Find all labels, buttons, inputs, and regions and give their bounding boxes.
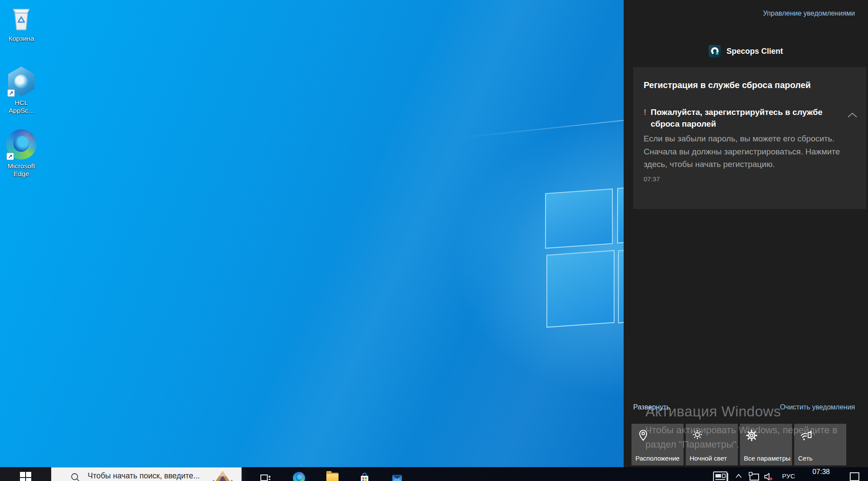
quick-action-location[interactable]: Расположение	[631, 424, 684, 465]
search-highlight-icon[interactable]	[205, 468, 240, 481]
quick-action-label: Расположение	[635, 454, 682, 462]
settings-gear-icon	[745, 429, 758, 442]
taskbar: РУС 07:38	[0, 467, 868, 481]
news-interests-icon	[713, 471, 729, 481]
windows-logo-icon	[20, 472, 31, 481]
desktop-screen: Корзина ↗ HCL AppSc... ↗ Microsoft Edge …	[0, 0, 868, 481]
action-center-button[interactable]	[850, 472, 859, 481]
recycle-bin-icon	[7, 4, 35, 33]
store-icon	[358, 472, 371, 481]
taskbar-search[interactable]	[51, 467, 242, 481]
quick-actions-row: Расположение Ночной свет	[631, 424, 846, 465]
volume-tray-button[interactable]	[763, 471, 775, 481]
desktop-icon-label: HCL AppSc...	[1, 99, 42, 115]
manage-notifications-link[interactable]: Управление уведомлениями	[763, 10, 855, 17]
notification-subtitle: Пожалуйста, зарегистрируйтесь в службе с…	[651, 106, 837, 130]
windows-logo-pane	[545, 189, 613, 249]
edge-icon	[293, 472, 305, 481]
chevron-up-icon	[735, 474, 742, 478]
notification-title: Регистрация в службе сброса паролей	[644, 79, 856, 91]
night-light-icon	[691, 429, 704, 442]
specops-client-icon	[709, 45, 721, 57]
start-button[interactable]	[0, 467, 51, 481]
file-explorer-button[interactable]	[322, 467, 343, 481]
edge-icon: ↗	[6, 129, 36, 160]
mail-button[interactable]	[387, 467, 408, 481]
news-interests-button[interactable]	[713, 471, 729, 481]
collapse-chevron-icon[interactable]	[847, 112, 858, 118]
task-view-icon	[260, 472, 272, 481]
quick-action-network[interactable]: Сеть	[794, 424, 846, 465]
tray-overflow-chevron[interactable]	[735, 474, 742, 478]
quick-action-night-light[interactable]: Ночной свет	[686, 424, 738, 465]
clear-notifications-link[interactable]: Очистить уведомления	[780, 403, 855, 411]
search-input[interactable]	[88, 471, 201, 481]
quick-action-all-settings[interactable]: Все параметры	[740, 424, 792, 465]
notification-group-header[interactable]: Specops Client	[624, 45, 868, 57]
quick-action-label: Все параметры	[744, 454, 791, 462]
hcl-appscan-icon: ↗	[7, 66, 36, 97]
notification-body: Если вы забыли пароль, вы можете его сбр…	[644, 132, 848, 171]
file-explorer-icon	[326, 473, 339, 481]
quick-action-label: Сеть	[798, 454, 845, 462]
network-icon	[799, 429, 812, 442]
action-center-panel: Управление уведомлениями Specops Client …	[624, 0, 868, 467]
search-icon	[70, 472, 81, 481]
shortcut-arrow-icon: ↗	[7, 89, 15, 97]
shortcut-arrow-icon: ↗	[7, 153, 14, 160]
notification-card[interactable]: Регистрация в службе сброса паролей ! По…	[633, 67, 866, 209]
alert-exclamation-icon: !	[644, 106, 646, 130]
display-icon	[748, 471, 760, 481]
speaker-muted-icon	[763, 471, 775, 481]
task-view-button[interactable]	[255, 467, 276, 481]
edge-taskbar-button[interactable]	[289, 467, 309, 481]
notification-app-name: Specops Client	[727, 47, 783, 56]
microsoft-store-button[interactable]	[354, 467, 375, 481]
mail-icon	[391, 472, 403, 481]
location-icon	[637, 429, 650, 442]
desktop-icon-label: Microsoft Edge	[1, 162, 42, 178]
desktop-icon-hcl-appscan[interactable]: ↗ HCL AppSc...	[1, 66, 42, 115]
display-tray-button[interactable]	[748, 471, 760, 481]
desktop-icon-recycle-bin[interactable]: Корзина	[1, 4, 42, 43]
desktop-icon-microsoft-edge[interactable]: ↗ Microsoft Edge	[1, 129, 42, 178]
clock[interactable]: 07:38	[807, 468, 835, 476]
notification-time: 07:37	[644, 175, 856, 183]
desktop-icon-label: Корзина	[1, 35, 42, 43]
language-indicator[interactable]: РУС	[782, 472, 795, 480]
windows-logo-pane	[546, 250, 615, 328]
quick-action-label: Ночной свет	[690, 454, 736, 462]
expand-link[interactable]: Развернуть	[633, 403, 670, 411]
